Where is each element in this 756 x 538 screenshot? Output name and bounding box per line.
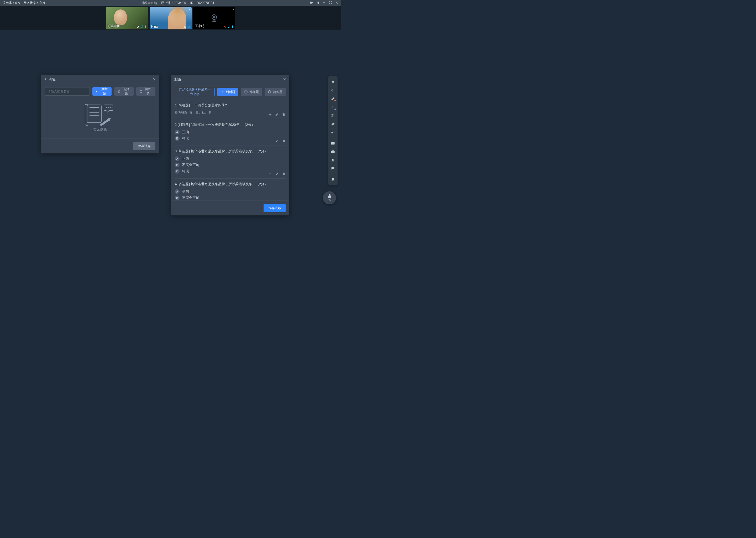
edit-icon[interactable]: [275, 172, 279, 176]
move-icon[interactable]: [268, 113, 272, 116]
question-option[interactable]: B 不完全正确: [175, 195, 286, 200]
drawing-toolbar: [328, 76, 338, 185]
option-text: 正确: [182, 156, 189, 161]
option-letter: C: [175, 169, 179, 174]
tab-short-button[interactable]: 简答题: [136, 87, 155, 96]
text-tool-icon[interactable]: [329, 103, 337, 111]
tab-judge-button[interactable]: 判断题: [217, 88, 238, 96]
svg-point-3: [184, 26, 186, 27]
top-status-bar: 丢包率：0% 网络状态：良好 神秘大自然 已上课：02:34:09 ID：202…: [0, 0, 341, 6]
option-letter: A: [175, 130, 179, 134]
move-icon[interactable]: [268, 139, 272, 143]
option-text: 错误: [182, 169, 189, 174]
settings-icon[interactable]: [316, 1, 320, 5]
svg-rect-12: [269, 90, 270, 91]
close-icon[interactable]: ×: [189, 8, 191, 12]
question-option[interactable]: B 不完全正确: [175, 163, 286, 167]
folder-tool-icon[interactable]: [329, 139, 337, 147]
delete-icon[interactable]: [282, 139, 286, 143]
video-tile-wangxiaoming[interactable]: × 王小明: [193, 7, 235, 29]
delete-icon[interactable]: [282, 172, 286, 176]
option-letter: B: [175, 195, 179, 200]
move-tool-icon[interactable]: [329, 87, 337, 94]
svg-point-16: [333, 168, 334, 168]
question-actions: [268, 113, 286, 116]
close-icon[interactable]: ✕: [153, 77, 156, 81]
question-title: 2 [判断题] 我国宪法上一次更新是在2020年。（2分）: [175, 123, 286, 127]
question-option[interactable]: A 正确: [175, 130, 286, 134]
delete-icon[interactable]: [282, 113, 286, 116]
close-window-icon[interactable]: [335, 1, 339, 5]
quiz-name-input[interactable]: [45, 87, 90, 96]
mic-icon: [187, 25, 191, 28]
svg-rect-8: [140, 90, 142, 92]
option-letter: A: [175, 189, 179, 194]
mic-icon: [231, 25, 234, 28]
edit-icon[interactable]: [275, 139, 279, 143]
move-icon[interactable]: [268, 172, 272, 176]
option-letter: A: [175, 156, 179, 161]
video-strip: 叮当老师 × Nina × 王小明: [0, 6, 341, 30]
tab-choice-button[interactable]: 选择题: [114, 87, 133, 96]
svg-point-13: [332, 132, 333, 133]
panel-title: 测验: [174, 77, 181, 82]
pointer-tool-icon[interactable]: [329, 78, 337, 86]
laser-tool-icon[interactable]: [329, 129, 337, 136]
quiz-name-field[interactable]: 产品说试卷名称最多十六个字: [175, 88, 215, 96]
svg-rect-0: [323, 2, 325, 3]
save-quiz-button[interactable]: 保存试卷: [263, 204, 286, 212]
svg-point-2: [138, 27, 138, 27]
option-letter: B: [175, 163, 179, 167]
hand-raise-button[interactable]: 0/2: [323, 191, 336, 204]
camera-icon: [136, 25, 139, 28]
participant-name: Nina: [151, 25, 158, 28]
quiz-panel-editor: 测验 ✕ 产品说试卷名称最多十六个字 判断题 选择题 简答题 1 [简答题] 一…: [171, 75, 289, 215]
camera-toggle-icon[interactable]: [310, 1, 313, 5]
camera-icon: [183, 25, 187, 28]
course-title: 神秘大自然: [141, 1, 157, 5]
close-icon[interactable]: ×: [232, 8, 234, 12]
option-text: 错误: [182, 136, 189, 141]
signal-icon: [227, 25, 230, 28]
participant-name: 王小明: [195, 24, 204, 28]
hand-raise-count: 0/2: [328, 199, 331, 202]
minimize-icon[interactable]: [322, 1, 326, 5]
option-text: 正确: [182, 130, 189, 134]
quiz-panel-empty: 测验 ✕ 判断题 选择题 简答题: [41, 75, 159, 153]
mic-icon: [144, 25, 147, 28]
signal-icon: [140, 25, 143, 28]
question-actions: [268, 172, 286, 176]
empty-state: 暂无试题: [45, 99, 155, 138]
save-quiz-button[interactable]: 保存试卷: [133, 142, 155, 150]
toolbox-icon[interactable]: [329, 148, 337, 155]
question-item: 2 [判断题] 我国宪法上一次更新是在2020年。（2分） A 正确 B 错误: [175, 119, 286, 146]
option-text: 是的: [182, 189, 189, 194]
packet-loss: 丢包率：0%: [3, 1, 20, 5]
option-text: 不完全正确: [182, 163, 199, 167]
question-option[interactable]: A 正确: [175, 156, 286, 161]
eraser-tool-icon[interactable]: [329, 120, 337, 128]
question-title: 3 [单选题] 施华洛世奇是反华品牌，所以梁鼎琪反华。（2分）: [175, 149, 286, 154]
fullscreen-icon[interactable]: [329, 1, 332, 5]
option-letter: B: [175, 136, 179, 141]
option-text: 不完全正确: [182, 195, 199, 200]
chat-tool-icon[interactable]: [329, 165, 337, 172]
tab-short-button[interactable]: 简答题: [264, 88, 286, 96]
back-icon[interactable]: [44, 77, 47, 81]
question-item: 1 [简答题] 一年四季分别是哪四季?参考答案: 春、夏、秋、冬: [175, 100, 286, 119]
video-tile-nina[interactable]: × Nina: [150, 7, 192, 29]
tab-judge-button[interactable]: 判断题: [92, 87, 112, 96]
question-option[interactable]: A 是的: [175, 189, 286, 194]
person-tool-icon[interactable]: [329, 156, 337, 164]
close-icon[interactable]: ✕: [283, 77, 286, 81]
question-item: 3 [单选题] 施华洛世奇是反华品牌，所以梁鼎琪反华。（2分） A 正确 B 不…: [175, 146, 286, 179]
question-actions: [268, 139, 286, 143]
elapsed-time: 已上课：02:34:09: [161, 1, 186, 5]
edit-icon[interactable]: [275, 113, 279, 116]
tab-choice-button[interactable]: 选择题: [241, 88, 262, 96]
question-item: 4 [多选题] 施华洛世奇是反华品牌，所以梁鼎琪反华。（2分） A 是的 B 不…: [175, 179, 286, 200]
bell-tool-icon[interactable]: [329, 176, 337, 183]
video-tile-teacher[interactable]: 叮当老师: [106, 7, 148, 29]
pen-tool-icon[interactable]: [329, 95, 337, 102]
scissors-tool-icon[interactable]: [329, 112, 337, 119]
